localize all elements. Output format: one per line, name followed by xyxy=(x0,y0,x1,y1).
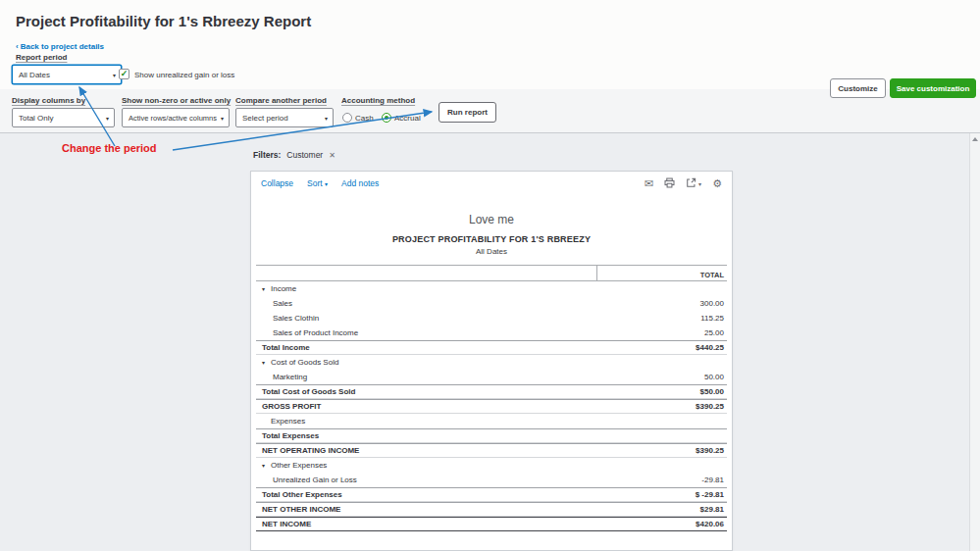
row-label: Cost of Goods Sold xyxy=(271,358,338,367)
row-value: 115.25 xyxy=(700,314,724,323)
table-row[interactable]: NET OPERATING INCOME $390.25 xyxy=(256,443,727,458)
display-columns-dropdown[interactable]: Total Only ▾ xyxy=(12,108,115,127)
table-row[interactable]: Sales of Product Income 25.00 xyxy=(256,326,727,340)
accrual-radio[interactable] xyxy=(382,113,391,123)
row-label: Marketing xyxy=(273,373,307,381)
customize-button[interactable]: Customize xyxy=(830,78,886,98)
filters-bar: Filters: Customer ✕ xyxy=(253,150,335,160)
company-name: Love me xyxy=(251,213,732,226)
nonzero-filter-label: Show non-zero or active only xyxy=(122,96,231,105)
table-row[interactable]: NET OTHER INCOME $29.81 xyxy=(256,502,727,517)
row-value: 50.00 xyxy=(704,373,724,381)
row-label: Sales of Product Income xyxy=(273,328,358,337)
email-icon[interactable]: ✉ xyxy=(645,178,653,189)
table-row[interactable]: Marketing 50.00 xyxy=(256,370,727,384)
sort-link-label: Sort xyxy=(307,178,323,188)
table-row[interactable]: ▾ Cost of Goods Sold xyxy=(256,355,727,370)
gear-icon[interactable]: ⚙ xyxy=(712,178,722,189)
row-value: $ -29.81 xyxy=(696,490,724,499)
row-label: Other Expenses xyxy=(271,461,327,470)
table-row[interactable]: Total Cost of Goods Sold $50.00 xyxy=(256,384,727,399)
nonzero-filter-value: Active rows/active columns xyxy=(129,114,217,123)
table-row[interactable]: GROSS PROFIT $390.25 xyxy=(256,399,727,414)
row-value: $29.81 xyxy=(700,505,724,514)
table-row[interactable]: Unrealized Gain or Loss -29.81 xyxy=(256,473,727,487)
row-label: Income xyxy=(271,284,296,293)
checkmark-icon: ✓ xyxy=(121,70,129,78)
caret-down-icon: ▾ xyxy=(325,115,328,122)
filters-label: Filters: xyxy=(253,150,281,160)
caret-down-icon: ▾ xyxy=(106,115,109,122)
table-row[interactable]: ▾ Other Expenses xyxy=(256,458,727,473)
vertical-scrollbar[interactable] xyxy=(969,133,980,551)
row-label: Unrealized Gain or Loss xyxy=(273,476,357,484)
row-label: NET INCOME xyxy=(262,520,311,528)
page-title: Project Profitability for 1's Rbreezy Re… xyxy=(16,13,311,29)
run-report-button[interactable]: Run report xyxy=(438,102,496,123)
table-row[interactable]: Sales Clothin 115.25 xyxy=(256,311,727,326)
table-row[interactable]: Total Expenses xyxy=(256,428,727,443)
row-value: $390.25 xyxy=(696,446,724,455)
display-columns-value: Total Only xyxy=(19,114,54,123)
row-label: NET OPERATING INCOME xyxy=(262,446,359,455)
back-to-project-link[interactable]: ‹Back to project details xyxy=(16,42,104,51)
save-customization-button[interactable]: Save customization xyxy=(890,78,976,98)
row-value: -29.81 xyxy=(701,476,724,484)
report-table-body: ▾ Income Sales 300.00 Sales Clothin 115.… xyxy=(256,281,727,531)
back-link-label: Back to project details xyxy=(21,42,104,51)
table-row[interactable]: Sales 300.00 xyxy=(256,296,727,311)
caret-down-icon: ▾ xyxy=(113,72,116,78)
report-table: TOTAL ▾ Income Sales 300.00 Sales Clothi… xyxy=(256,265,727,531)
annotation-text: Change the period xyxy=(62,142,157,154)
row-label: GROSS PROFIT xyxy=(262,402,321,411)
show-unrealized-checkbox[interactable]: ✓ xyxy=(119,69,129,79)
caret-down-icon: ▾ xyxy=(325,181,328,187)
cash-radio[interactable] xyxy=(342,113,352,123)
row-label: Total Other Expenses xyxy=(262,490,342,499)
row-label: Total Cost of Goods Sold xyxy=(262,387,355,396)
compare-period-dropdown[interactable]: Select period ▾ xyxy=(235,108,334,127)
print-icon[interactable] xyxy=(664,177,675,190)
display-columns-label: Display columns by xyxy=(12,96,85,105)
cash-radio-label: Cash xyxy=(355,114,374,123)
row-label: Total Expenses xyxy=(262,431,319,440)
add-notes-link[interactable]: Add notes xyxy=(341,178,379,188)
scroll-up-icon[interactable] xyxy=(972,137,978,141)
total-column-header: TOTAL xyxy=(596,266,727,280)
collapse-link[interactable]: Collapse xyxy=(261,178,293,188)
table-row[interactable]: Expenses xyxy=(256,414,727,428)
compare-period-label: Compare another period xyxy=(235,96,327,105)
caret-down-icon: ▾ xyxy=(221,115,224,122)
compare-period-value: Select period xyxy=(242,114,288,123)
section-arrow-icon: ▾ xyxy=(262,359,271,366)
row-label: Sales xyxy=(273,299,292,308)
table-row[interactable]: ▾ Income xyxy=(256,281,727,296)
accrual-radio-label: Accrual xyxy=(394,114,421,123)
table-row[interactable]: NET INCOME $420.06 xyxy=(256,517,727,531)
page: Project Profitability for 1's Rbreezy Re… xyxy=(0,0,980,551)
row-value: $390.25 xyxy=(696,402,724,411)
remove-customer-filter-button[interactable]: ✕ xyxy=(329,151,335,160)
report-table-header: TOTAL xyxy=(256,265,727,281)
section-arrow-icon: ▾ xyxy=(262,285,271,292)
section-arrow-icon: ▾ xyxy=(262,462,271,469)
table-row[interactable]: Total Other Expenses $ -29.81 xyxy=(256,487,727,502)
nonzero-filter-dropdown[interactable]: Active rows/active columns ▾ xyxy=(122,108,230,127)
row-label: NET OTHER INCOME xyxy=(262,505,340,514)
report-period-value: All Dates xyxy=(19,71,50,79)
show-unrealized-label: Show unrealized gain or loss xyxy=(134,71,234,79)
table-row[interactable]: Total Income $440.25 xyxy=(256,340,727,355)
sort-link[interactable]: Sort ▾ xyxy=(307,178,328,188)
row-value: 300.00 xyxy=(700,299,724,308)
caret-down-icon: ▾ xyxy=(698,180,701,187)
report-subtitle: All Dates xyxy=(251,247,732,256)
export-menu-button[interactable]: ▾ xyxy=(686,177,701,190)
row-value: $420.06 xyxy=(696,520,724,528)
row-value: $50.00 xyxy=(700,387,724,396)
accounting-method-label: Accounting method xyxy=(341,96,415,105)
report-period-dropdown[interactable]: All Dates ▾ xyxy=(12,65,122,84)
row-label: Total Income xyxy=(262,343,310,352)
report-period-label: Report period xyxy=(16,53,67,62)
customer-filter-chip[interactable]: Customer xyxy=(286,150,323,160)
report-toolbar-icons: ✉ ▾ xyxy=(645,177,722,190)
